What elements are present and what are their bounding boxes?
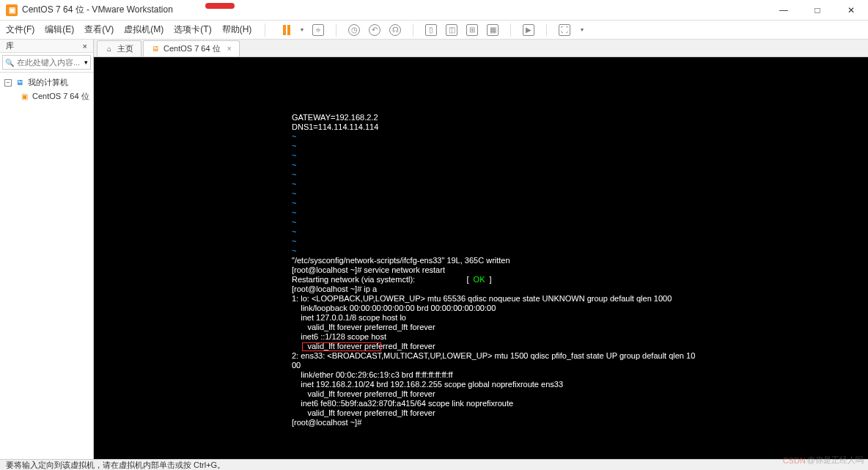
library-search-input[interactable] — [14, 56, 84, 69]
search-dropdown-icon[interactable]: ▾ — [84, 59, 88, 66]
vm-icon: ▣ — [19, 92, 29, 102]
snapshot-manager-icon[interactable]: ☊ — [389, 24, 401, 36]
watermark: CSDN @你是正经人吗 — [783, 455, 864, 466]
maximize-button[interactable]: □ — [801, 0, 834, 21]
view-grid-icon[interactable]: ⊞ — [466, 24, 478, 36]
vm-tab-icon: 🖥 — [151, 45, 160, 54]
menu-view[interactable]: 查看(V) — [84, 23, 114, 36]
highlight-inet-box — [302, 342, 381, 351]
computer-icon: 🖥 — [15, 78, 25, 88]
stretch-icon[interactable]: ⛶ — [559, 24, 570, 36]
view-split-icon[interactable]: ◫ — [446, 24, 457, 36]
separator — [336, 23, 336, 37]
menu-edit[interactable]: 编辑(E) — [45, 23, 74, 36]
terminal-output: GATEWAY=192.168.2.2 DNS1=114.114.114.114… — [292, 113, 695, 427]
tab-vm-label: CentOS 7 64 位 — [163, 43, 221, 54]
app-icon: ▣ — [6, 4, 18, 16]
separator — [546, 23, 547, 37]
tree-root-label: 我的计算机 — [28, 77, 68, 88]
status-text: 要将输入定向到该虚拟机，请在虚拟机内部单击或按 Ctrl+G。 — [6, 460, 225, 471]
home-icon: ⌂ — [105, 45, 114, 54]
send-ctrlaltdel-icon[interactable]: ⎆ — [312, 24, 324, 36]
menu-help[interactable]: 帮助(H) — [222, 23, 252, 36]
window-titlebar: ▣ CentOS 7 64 位 - VMware Workstation — □… — [0, 0, 868, 21]
tab-home[interactable]: ⌂ 主页 — [97, 40, 141, 56]
view-single-icon[interactable]: ▯ — [425, 24, 437, 36]
library-tree: − 🖥 我的计算机 ▣ CentOS 7 64 位 — [0, 73, 93, 106]
tree-vm-label: CentOS 7 64 位 — [32, 91, 89, 102]
close-button[interactable]: ✕ — [834, 0, 868, 21]
vm-console[interactable]: GATEWAY=192.168.2.2 DNS1=114.114.114.114… — [94, 57, 868, 459]
view-unity-icon[interactable]: ▦ — [487, 24, 499, 36]
recording-indicator — [205, 3, 235, 9]
tab-bar: ⌂ 主页 🖥 CentOS 7 64 位 × — [94, 40, 868, 57]
tree-vm-centos[interactable]: ▣ CentOS 7 64 位 — [1, 89, 92, 103]
sidebar-close-icon[interactable]: × — [83, 42, 87, 51]
separator — [510, 23, 511, 37]
workspace: 库 × 🔍 ▾ − 🖥 我的计算机 ▣ CentOS 7 64 位 — [0, 40, 868, 459]
power-dropdown[interactable]: ▾ — [301, 26, 304, 33]
tab-home-label: 主页 — [117, 43, 133, 54]
separator — [413, 23, 413, 37]
separator — [265, 23, 265, 37]
menu-bar: 文件(F) 编辑(E) 查看(V) 虚拟机(M) 选项卡(T) 帮助(H) ▾ … — [0, 21, 868, 40]
sidebar-title: 库 — [6, 40, 14, 51]
menu-tabs[interactable]: 选项卡(T) — [174, 23, 211, 36]
tab-close-icon[interactable]: × — [227, 45, 232, 53]
menu-file[interactable]: 文件(F) — [6, 23, 34, 36]
pause-button[interactable] — [283, 25, 290, 35]
library-sidebar: 库 × 🔍 ▾ − 🖥 我的计算机 ▣ CentOS 7 64 位 — [0, 40, 94, 459]
window-title: CentOS 7 64 位 - VMware Workstation — [22, 4, 173, 16]
fullscreen-icon[interactable]: ▶ — [523, 24, 534, 36]
status-bar: 要将输入定向到该虚拟机，请在虚拟机内部单击或按 Ctrl+G。 — [0, 459, 868, 470]
snapshot-icon[interactable]: ◷ — [348, 24, 360, 36]
stretch-dropdown[interactable]: ▾ — [581, 26, 584, 33]
watermark-text: @你是正经人吗 — [807, 455, 864, 466]
tree-toggle-icon[interactable]: − — [4, 79, 12, 87]
sidebar-header: 库 × — [0, 40, 93, 53]
menu-vm[interactable]: 虚拟机(M) — [124, 23, 163, 36]
tree-root-my-computer[interactable]: − 🖥 我的计算机 — [1, 76, 92, 89]
search-icon: 🔍 — [5, 59, 14, 67]
snapshot-revert-icon[interactable]: ↶ — [369, 24, 380, 36]
watermark-logo: CSDN — [783, 456, 806, 465]
minimize-button[interactable]: — — [767, 0, 801, 21]
tab-vm-centos[interactable]: 🖥 CentOS 7 64 位 × — [143, 40, 240, 56]
main-panel: ⌂ 主页 🖥 CentOS 7 64 位 × GATEWAY=192.168.2… — [94, 40, 868, 459]
